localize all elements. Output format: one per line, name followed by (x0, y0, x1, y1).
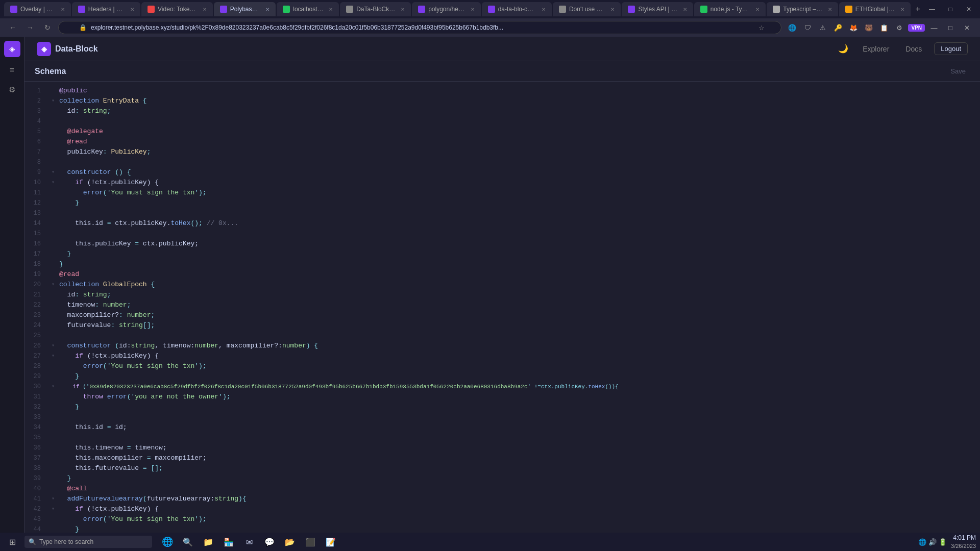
taskbar-app-explorer[interactable]: 📂 (281, 535, 299, 549)
tab-close-datablock[interactable]: ✕ (401, 7, 405, 12)
taskbar-app-code[interactable]: 📝 (322, 535, 340, 549)
fold-2[interactable]: ▾ (49, 96, 57, 106)
line-number-25: 25 (24, 331, 49, 341)
start-button[interactable]: ⊞ (4, 535, 20, 549)
taskbar-app-discord[interactable]: 💬 (260, 535, 279, 549)
tab-dontuse[interactable]: Don't use Semi... ✕ (553, 2, 621, 16)
nav-explorer[interactable]: Explorer (859, 43, 893, 55)
code-line-7: 7 publicKey: PublicKey; (24, 147, 980, 157)
logo-icon: ◈ (37, 42, 51, 56)
taskbar-app-terminal[interactable]: ⬛ (301, 535, 320, 549)
tab-nodejs[interactable]: node.js - TypeSc... ✕ (694, 2, 766, 16)
code-line-21: 21 id: string; (24, 290, 980, 300)
code-line-6: 6 @read (24, 137, 980, 147)
tab-polygon[interactable]: polygon/header... ✕ (412, 2, 480, 16)
tab-databloc2[interactable]: da-ta-blo-ck – D... ✕ (482, 2, 552, 16)
fold-27[interactable]: ▾ (49, 351, 57, 361)
sidebar-icon-code[interactable]: ◈ (4, 41, 20, 57)
close-button[interactable]: ✕ (962, 4, 976, 14)
taskbar-search-box[interactable]: 🔍 Type here to search (24, 536, 152, 548)
save-button[interactable]: Save (946, 65, 970, 77)
tab-close-nodejs[interactable]: ✕ (755, 7, 760, 12)
tab-close-polybase[interactable]: ✕ (265, 7, 270, 12)
vpn-badge[interactable]: VPN (908, 24, 925, 32)
taskbar-app-files[interactable]: 📁 (199, 535, 217, 549)
tab-close-headers[interactable]: ✕ (130, 7, 134, 12)
reload-button[interactable]: ↻ (41, 21, 54, 34)
minimize-button-2[interactable]: — (927, 22, 941, 33)
ext-icon-8[interactable]: ⚙ (893, 21, 906, 34)
tab-polybase[interactable]: Polybase Ex... ✕ (214, 2, 276, 16)
maximize-button[interactable]: □ (943, 4, 958, 14)
line-number-36: 36 (24, 443, 49, 453)
network-icon[interactable]: 🌐 (918, 538, 926, 546)
ext-icon-1[interactable]: 🌐 (786, 21, 799, 34)
tab-styles[interactable]: Styles API | Man... ✕ (622, 2, 693, 16)
sidebar-icon-settings[interactable]: ⚙ (4, 82, 20, 98)
fold-20[interactable]: ▾ (49, 280, 57, 290)
ext-icon-5[interactable]: 🦊 (847, 21, 860, 34)
fold-10[interactable]: ▾ (49, 178, 57, 188)
minimize-button[interactable]: — (925, 4, 939, 14)
address-input[interactable]: 🔒 explorer.testnet.polybase.xyz/studio/p… (58, 21, 781, 34)
tab-close-typescript[interactable]: ✕ (828, 7, 832, 12)
tab-video[interactable]: Video: Token Ga... ✕ (141, 2, 213, 16)
app-nav: 🌙 Explorer Docs Logout (836, 42, 968, 56)
code-line-32: 32 } (24, 402, 980, 412)
tab-headers[interactable]: Headers | Mant... ✕ (72, 2, 140, 16)
tab-localhost[interactable]: localhost:3000 ✕ (277, 2, 339, 16)
time-display: 4:01 PM 3/26/2023 (951, 534, 976, 550)
nav-docs[interactable]: Docs (901, 43, 926, 55)
fold-41[interactable]: ▾ (49, 494, 57, 504)
battery-icon[interactable]: 🔋 (939, 538, 947, 546)
forward-button[interactable]: → (23, 21, 37, 34)
tab-datablock[interactable]: DaTa-BloCk/hea... ✕ (340, 2, 411, 16)
tab-close-overlay[interactable]: ✕ (61, 7, 65, 12)
code-line-28: 28 error('You must sign the txn'); (24, 361, 980, 371)
line-number-1: 1 (24, 86, 49, 96)
tab-overlay[interactable]: Overlay | Mant... ✕ (4, 2, 71, 16)
fold-42[interactable]: ▾ (49, 504, 57, 514)
code-line-37: 37 this.maxcompilier = maxcompilier; (24, 453, 980, 463)
volume-icon[interactable]: 🔊 (928, 538, 937, 546)
sidebar-icon-list[interactable]: ≡ (4, 61, 20, 78)
tab-close-polygon[interactable]: ✕ (471, 7, 475, 12)
line-number-42: 42 (24, 504, 49, 514)
ext-icon-7[interactable]: 📋 (877, 21, 891, 34)
schema-title: Schema (35, 67, 66, 76)
taskbar-app-store[interactable]: 🏪 (219, 535, 238, 549)
tab-close-styles[interactable]: ✕ (683, 7, 687, 12)
logout-button[interactable]: Logout (934, 42, 968, 55)
fold-26[interactable]: ▾ (49, 341, 57, 351)
line-number-3: 3 (24, 106, 49, 116)
line-number-12: 12 (24, 198, 49, 208)
line-number-34: 34 (24, 422, 49, 433)
close-button-2[interactable]: ✕ (960, 22, 974, 33)
tab-bar: Overlay | Mant... ✕ Headers | Mant... ✕ … (0, 0, 980, 18)
new-tab-button[interactable]: + (912, 2, 924, 16)
tab-typescript[interactable]: Typescript – Left... ✕ (767, 2, 838, 16)
fold-9[interactable]: ▾ (49, 167, 57, 178)
bookmark-icon[interactable]: ☆ (758, 24, 765, 32)
tab-close-ethglobal[interactable]: ✕ (900, 7, 904, 12)
ext-icon-4[interactable]: 🔑 (831, 21, 845, 34)
line-number-27: 27 (24, 351, 49, 361)
taskbar-app-mail[interactable]: ✉ (240, 535, 258, 549)
maximize-button-2[interactable]: □ (943, 22, 958, 33)
code-line-27: 27 ▾ if (!ctx.publicKey) { (24, 351, 980, 361)
theme-toggle[interactable]: 🌙 (836, 42, 850, 56)
tab-close-databloc2[interactable]: ✕ (542, 7, 546, 12)
tab-close-localhost[interactable]: ✕ (329, 7, 333, 12)
fold-30[interactable]: ▾ (49, 382, 57, 392)
back-button[interactable]: ← (6, 21, 19, 34)
tab-ethglobal[interactable]: ETHGlobal | Sca... ✕ (839, 2, 911, 16)
ext-icon-2[interactable]: 🛡 (801, 21, 814, 34)
taskbar-app-chrome[interactable]: 🌐 (158, 535, 177, 549)
address-icons: ☆ (758, 24, 765, 32)
taskbar-app-search[interactable]: 🔍 (179, 535, 197, 549)
ext-icon-3[interactable]: ⚠ (816, 21, 829, 34)
tab-close-video[interactable]: ✕ (203, 7, 207, 12)
code-editor[interactable]: 1 @public 2 ▾ collection EntryData { 3 i… (24, 82, 980, 533)
tab-close-dontuse[interactable]: ✕ (610, 7, 615, 12)
ext-icon-6[interactable]: 🐻 (862, 21, 875, 34)
